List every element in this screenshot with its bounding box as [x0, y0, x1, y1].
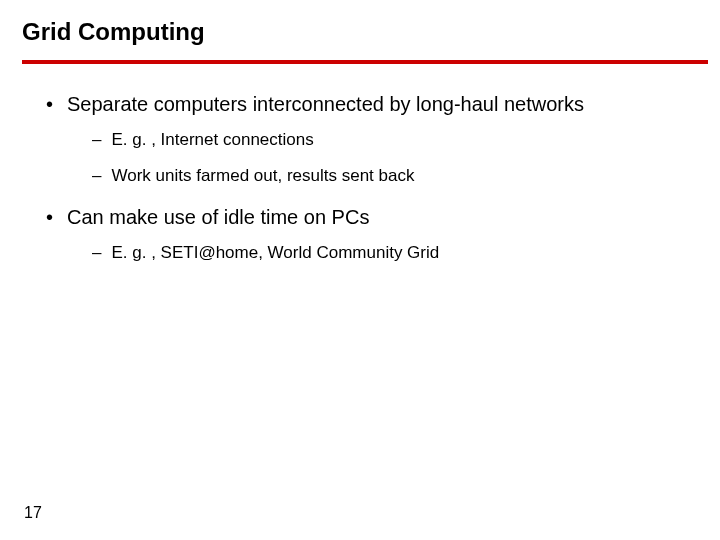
bullet-sub-0-1: – Work units farmed out, results sent ba… — [92, 165, 700, 187]
bullet-main-0: • Separate computers interconnected by l… — [46, 92, 700, 117]
bullet-text: Separate computers interconnected by lon… — [67, 92, 584, 117]
bullet-main-1: • Can make use of idle time on PCs — [46, 205, 700, 230]
dash-icon: – — [92, 129, 101, 151]
bullet-icon: • — [46, 205, 53, 229]
bullet-sub-text: Work units farmed out, results sent back — [111, 165, 414, 187]
page-number: 17 — [24, 504, 42, 522]
bullet-sub-text: E. g. , Internet connections — [111, 129, 313, 151]
bullet-sub-0-0: – E. g. , Internet connections — [92, 129, 700, 151]
dash-icon: – — [92, 242, 101, 264]
slide-title: Grid Computing — [22, 18, 700, 46]
bullet-icon: • — [46, 92, 53, 116]
bullet-sub-text: E. g. , SETI@home, World Community Grid — [111, 242, 439, 264]
bullet-text: Can make use of idle time on PCs — [67, 205, 369, 230]
dash-icon: – — [92, 165, 101, 187]
bullet-sub-1-0: – E. g. , SETI@home, World Community Gri… — [92, 242, 700, 264]
divider-line — [22, 60, 708, 64]
